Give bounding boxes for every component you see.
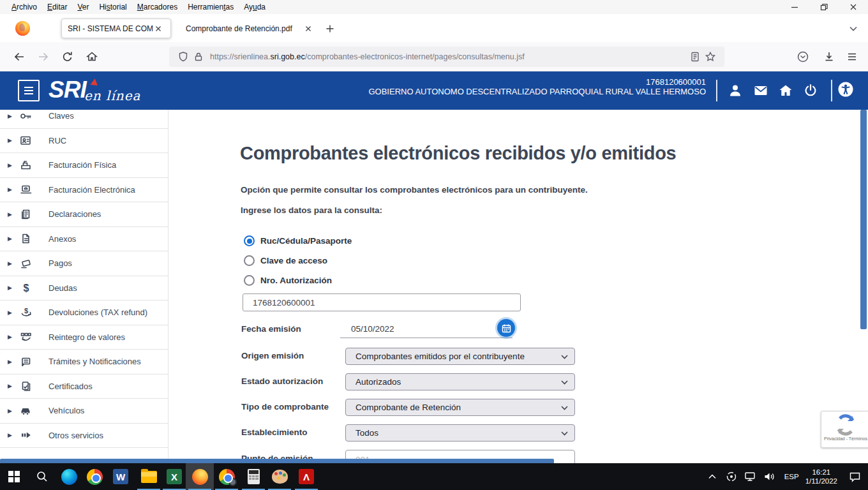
taskbar-excel-icon[interactable]: X: [160, 463, 188, 490]
restore-button[interactable]: [809, 0, 839, 14]
taskbar-explorer-icon[interactable]: [135, 463, 163, 490]
user-icon[interactable]: [727, 82, 744, 99]
menu-marcadores[interactable]: Marcadores: [132, 3, 183, 11]
sidebar-item-vehiculos[interactable]: ▶ Vehículos: [0, 399, 168, 424]
forward-button[interactable]: [34, 48, 52, 66]
tray-meet-icon[interactable]: [723, 463, 740, 490]
taskbar-chrome-alt-icon[interactable]: [213, 463, 241, 490]
pocket-icon[interactable]: [794, 48, 812, 66]
tray-network-icon[interactable]: [742, 463, 759, 490]
radio-unselected-icon[interactable]: [244, 275, 255, 286]
sri-logo-accent: [90, 78, 100, 89]
menu-editar[interactable]: Editar: [42, 3, 72, 11]
menu-historial[interactable]: Historial: [94, 3, 131, 11]
sidebar-item-devoluciones[interactable]: ▶ $ Devoluciones (TAX refund): [0, 301, 168, 325]
origen-emision-select[interactable]: Comprobantes emitidos por el contribuyen…: [345, 348, 575, 365]
tab-comprobante-pdf[interactable]: Comprobante de Retención.pdf: [182, 19, 317, 38]
menu-herramientas[interactable]: Herramientas: [183, 3, 239, 11]
tray-language-indicator[interactable]: ESP: [784, 473, 799, 480]
establecimiento-select[interactable]: Todos: [345, 424, 575, 442]
sidebar-item-deudas[interactable]: ▶ $ Deudas: [0, 276, 168, 301]
chevron-right-icon: ▶: [8, 408, 14, 414]
recaptcha-badge[interactable]: Privacidad - Términos: [821, 411, 868, 448]
close-button[interactable]: [839, 0, 868, 14]
home-button[interactable]: [83, 48, 101, 66]
home-icon[interactable]: [777, 82, 794, 99]
taskbar-word-icon[interactable]: W: [107, 463, 135, 490]
ruc-input[interactable]: 1768120600001: [243, 293, 521, 311]
taskbar-search-icon[interactable]: [28, 463, 56, 490]
fecha-emision-input[interactable]: 05/10/2022: [340, 320, 513, 338]
sidebar-item-otros-servicios[interactable]: ▶ Otros servicios: [0, 424, 168, 449]
estado-autorizacion-select[interactable]: Autorizados: [345, 373, 575, 390]
chevron-right-icon: ▶: [8, 383, 14, 389]
back-button[interactable]: [10, 48, 28, 66]
calendar-button[interactable]: [497, 319, 515, 337]
tray-chevron-up-icon[interactable]: [704, 463, 721, 490]
power-icon[interactable]: [802, 82, 819, 99]
form-instruction: Ingrese los datos para la consulta:: [241, 205, 382, 215]
chevron-down-icon: [561, 355, 568, 359]
list-all-tabs-button[interactable]: [846, 22, 860, 36]
chevron-down-icon: [561, 406, 568, 410]
downloads-icon[interactable]: [820, 48, 838, 66]
sidebar-item-declaraciones[interactable]: ▶ Declaraciones: [0, 202, 168, 227]
minimize-button[interactable]: [780, 0, 809, 14]
firefox-logo-icon: [15, 21, 30, 36]
file-icon: [19, 232, 34, 246]
chevron-right-icon: ▶: [8, 260, 14, 267]
vertical-scrollbar-thumb[interactable]: [860, 110, 867, 329]
label-tipo-comprobante: Tipo de comprobante: [241, 402, 329, 412]
bookmark-star-icon[interactable]: [703, 49, 718, 64]
lock-icon[interactable]: [191, 49, 206, 64]
sidebar-item-ruc[interactable]: ▶ RUC: [0, 129, 168, 154]
sidebar-item-facturacion-electronica[interactable]: ▶ Facturación Electrónica: [0, 178, 168, 203]
url-bar[interactable]: https://srienlinea.sri.gob.ec/comprobant…: [169, 47, 724, 67]
tab-close-icon[interactable]: [153, 24, 163, 34]
horizontal-scrollbar-thumb[interactable]: [0, 459, 554, 463]
sidebar-item-certificados[interactable]: ▶ Certificados: [0, 375, 168, 399]
radio-unselected-icon[interactable]: [244, 255, 255, 266]
tab-title: SRI - SISTEMA DE COMPROBANTES: [68, 24, 153, 33]
radio-option-ruc[interactable]: Ruc/Cédula/Pasaporte: [244, 235, 352, 246]
mail-icon[interactable]: [752, 82, 769, 99]
radio-selected-icon[interactable]: [244, 235, 255, 246]
taskbar-edge-icon[interactable]: [55, 463, 83, 490]
chevron-right-icon: ▶: [8, 285, 14, 291]
sidebar-toggle-button[interactable]: [18, 80, 40, 101]
chevron-right-icon: ▶: [8, 186, 14, 193]
shield-icon[interactable]: [176, 49, 191, 64]
taskbar-acrobat-icon[interactable]: Λ: [292, 463, 320, 490]
reader-view-icon[interactable]: [687, 49, 703, 64]
header-divider: [716, 80, 717, 101]
tab-close-icon[interactable]: [303, 24, 313, 34]
sidebar-item-pagos[interactable]: ▶ Pagos: [0, 251, 168, 276]
chevron-down-icon: [561, 431, 568, 436]
tab-sri-sistema[interactable]: SRI - SISTEMA DE COMPROBANTES: [61, 19, 171, 38]
sidebar-item-claves[interactable]: ▶ Claves: [0, 110, 168, 129]
tray-volume-icon[interactable]: [761, 463, 778, 490]
reload-button[interactable]: [59, 48, 77, 66]
action-center-icon[interactable]: [846, 463, 863, 490]
radio-option-nro-autorizacion[interactable]: Nro. Autorización: [244, 275, 332, 286]
tipo-comprobante-select[interactable]: Comprobante de Retención: [345, 399, 575, 416]
browser-menu-icon[interactable]: [843, 48, 861, 66]
start-button[interactable]: [0, 463, 28, 490]
chevron-right-icon: ▶: [8, 432, 14, 438]
sidebar-item-reintegro[interactable]: ▶ Reintegro de valores: [0, 325, 168, 350]
sidebar-item-tramites[interactable]: ▶ Trámites y Notificaciones: [0, 350, 168, 375]
menu-ver[interactable]: Ver: [72, 3, 94, 11]
sidebar-item-anexos[interactable]: ▶ Anexos: [0, 227, 168, 252]
tray-time: 16:21: [805, 468, 837, 477]
taskbar-paint-icon[interactable]: [266, 463, 294, 490]
taskbar-chrome-icon[interactable]: [80, 463, 108, 490]
taskbar-calculator-icon[interactable]: [239, 463, 267, 490]
menu-ayuda[interactable]: Ayuda: [239, 3, 271, 11]
taskbar-firefox-icon[interactable]: [186, 463, 214, 490]
accessibility-icon[interactable]: [837, 81, 853, 98]
radio-option-clave-acceso[interactable]: Clave de acceso: [244, 255, 327, 266]
sidebar-item-facturacion-fisica[interactable]: ▶ Facturación Física: [0, 153, 168, 178]
new-tab-button[interactable]: [323, 22, 337, 36]
menu-archivo[interactable]: Archivo: [6, 3, 42, 11]
tray-clock[interactable]: 16:21 1/11/2022: [805, 468, 837, 486]
